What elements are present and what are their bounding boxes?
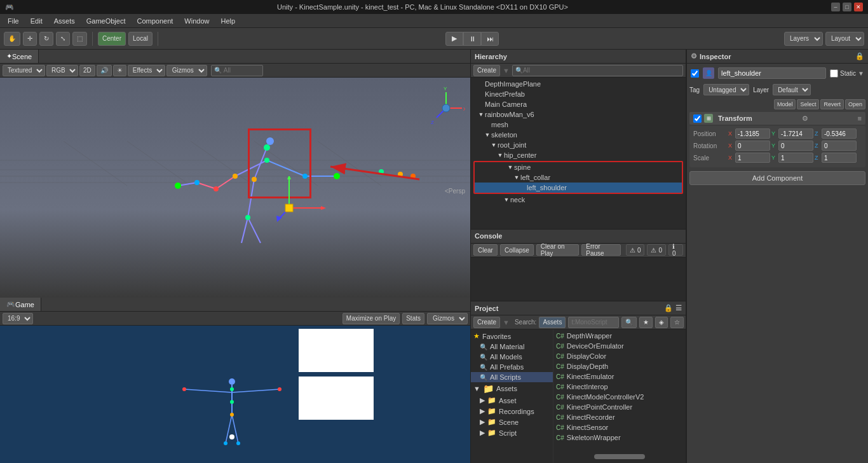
hierarchy-create-btn[interactable]: Create <box>473 65 500 76</box>
tool-rect[interactable]: ⬚ <box>72 32 87 46</box>
menu-gameobject[interactable]: GameObject <box>81 16 131 26</box>
scale-y-input[interactable] <box>778 153 813 163</box>
project-search-input[interactable] <box>568 317 619 328</box>
stats-btn[interactable]: Stats <box>402 313 424 324</box>
list-item[interactable]: mesh <box>471 120 686 130</box>
menu-window[interactable]: Window <box>179 16 214 26</box>
local-button[interactable]: Local <box>128 32 153 46</box>
file-kinectsensor[interactable]: C# KinectSensor <box>553 422 686 432</box>
minimize-button[interactable]: – <box>831 3 840 11</box>
scale-x-input[interactable] <box>735 153 770 163</box>
file-depthwrapper[interactable]: C# DepthWrapper <box>553 331 686 341</box>
pos-z-input[interactable] <box>822 128 857 139</box>
file-deviceoremulator[interactable]: C# DeviceOrEmulator <box>553 341 686 351</box>
search-icon-btn[interactable]: 🔍 <box>621 317 637 328</box>
tag-dropdown[interactable]: Untagged <box>703 84 749 95</box>
clear-btn[interactable]: Clear <box>473 244 498 256</box>
tool-rotate[interactable]: ↻ <box>39 32 53 46</box>
revert-btn[interactable]: Revert <box>820 99 844 109</box>
file-kinectrecorder[interactable]: C# KinectRecorder <box>553 412 686 422</box>
tool-hand[interactable]: ✋ <box>4 32 20 46</box>
rot-y-input[interactable] <box>778 141 813 151</box>
recordings-folder[interactable]: ▶ 📁 Recordings <box>471 406 553 417</box>
favorites-group[interactable]: ★ Favorites <box>471 331 553 342</box>
all-material-item[interactable]: 🔍 All Material <box>471 342 553 352</box>
list-item[interactable]: ▼spine <box>475 162 682 172</box>
2d-toggle[interactable]: 2D <box>79 65 95 76</box>
center-button[interactable]: Center <box>98 32 126 46</box>
rot-z-input[interactable] <box>822 141 857 151</box>
menu-file[interactable]: File <box>3 16 24 26</box>
game-view[interactable] <box>0 326 470 463</box>
pos-x-input[interactable] <box>735 128 770 139</box>
project-create-btn[interactable]: Create <box>473 317 500 328</box>
maximize-play-btn[interactable]: Maximize on Play <box>342 313 400 324</box>
assets-group[interactable]: ▼ 📁 Assets <box>471 382 553 395</box>
scrollbar-thumb[interactable] <box>594 454 645 459</box>
list-item-left-shoulder[interactable]: left_shoulder <box>475 183 682 193</box>
play-button[interactable]: ▶ <box>445 32 463 46</box>
file-kinectemulator[interactable]: C# KinectEmulator <box>553 371 686 382</box>
pos-y-input[interactable] <box>778 128 813 139</box>
menu-edit[interactable]: Edit <box>25 16 48 26</box>
file-kinectinterop[interactable]: C# KinectInterop <box>553 382 686 392</box>
tab-scene[interactable]: ✦ Scene <box>0 50 39 63</box>
transform-gear-icon[interactable]: ⚙ <box>802 114 808 123</box>
scale-z-input[interactable] <box>822 153 857 163</box>
layout-dropdown[interactable]: Layout <box>825 32 864 46</box>
fx-toggle[interactable]: ☀ <box>113 65 126 76</box>
transform-header[interactable]: ⊞ Transform ⚙ ≡ <box>689 112 865 125</box>
file-kinectpointcontroller[interactable]: C# KinectPointController <box>553 402 686 412</box>
add-component-button[interactable]: Add Component <box>689 171 865 185</box>
project-tool-1[interactable]: ★ <box>639 317 653 328</box>
collapse-btn[interactable]: Collapse <box>500 244 534 256</box>
hierarchy-search-input[interactable] <box>523 67 680 74</box>
maximize-button[interactable]: □ <box>843 3 851 11</box>
list-item[interactable]: Main Camera <box>471 99 686 109</box>
game-gizmos-dropdown[interactable]: Gizmos <box>427 313 468 324</box>
transform-settings-icon[interactable]: ≡ <box>858 114 862 122</box>
all-prefabs-item[interactable]: 🔍 All Prefabs <box>471 362 553 372</box>
project-tool-3[interactable]: ☆ <box>670 317 684 328</box>
open-btn[interactable]: Open <box>845 99 865 109</box>
static-checkbox[interactable] <box>830 69 838 78</box>
error-pause-btn[interactable]: Error Pause <box>581 244 621 256</box>
menu-help[interactable]: Help <box>215 16 240 26</box>
file-skeletonwrapper[interactable]: C# SkeletonWrapper <box>553 432 686 443</box>
asset-folder[interactable]: ▶ 📁 Asset <box>471 395 553 406</box>
effects-dropdown[interactable]: Effects <box>128 65 165 76</box>
close-button[interactable]: ✕ <box>854 3 863 11</box>
aspect-dropdown[interactable]: 16:9 <box>3 313 33 324</box>
list-item[interactable]: ▼hip_center <box>471 150 686 160</box>
scene-search-input[interactable] <box>222 65 260 76</box>
audio-toggle[interactable]: 🔊 <box>97 65 112 76</box>
object-name-input[interactable] <box>718 67 826 79</box>
project-menu-icon[interactable]: ☰ <box>675 304 682 312</box>
list-item[interactable]: ▼skeleton <box>471 130 686 140</box>
list-item[interactable]: ▼rainbowMan_v6 <box>471 109 686 120</box>
inspector-lock-icon[interactable]: 🔒 <box>855 52 864 60</box>
model-btn[interactable]: Model <box>774 99 796 109</box>
layer-dropdown[interactable]: Default <box>773 84 811 95</box>
script-folder[interactable]: ▶ 📁 Script <box>471 427 553 438</box>
transform-checkbox[interactable] <box>693 114 702 123</box>
pause-button[interactable]: ⏸ <box>463 32 481 46</box>
all-models-item[interactable]: 🔍 All Models <box>471 352 553 362</box>
list-item[interactable]: DepthImagePlane <box>471 79 686 89</box>
scene-folder[interactable]: ▶ 📁 Scene <box>471 417 553 427</box>
list-item[interactable]: KinectPrefab <box>471 89 686 99</box>
menu-assets[interactable]: Assets <box>49 16 80 26</box>
list-item[interactable]: ▼left_collar <box>475 172 682 183</box>
assets-filter[interactable]: Assets <box>539 317 566 328</box>
gizmos-dropdown[interactable]: Gizmos <box>166 65 207 76</box>
object-active-checkbox[interactable] <box>691 69 699 78</box>
list-item[interactable]: ▼neck <box>471 195 686 205</box>
menu-component[interactable]: Component <box>132 16 178 26</box>
textured-dropdown[interactable]: Textured <box>3 65 45 76</box>
list-item[interactable]: ▼root_joint <box>471 140 686 150</box>
all-scripts-item[interactable]: 🔍 All Scripts <box>471 372 553 382</box>
layers-dropdown[interactable]: Layers <box>784 32 823 46</box>
step-button[interactable]: ⏭ <box>481 32 499 46</box>
tab-game[interactable]: 🎮 Game <box>0 298 41 311</box>
project-lock-icon[interactable]: 🔒 <box>664 304 673 312</box>
